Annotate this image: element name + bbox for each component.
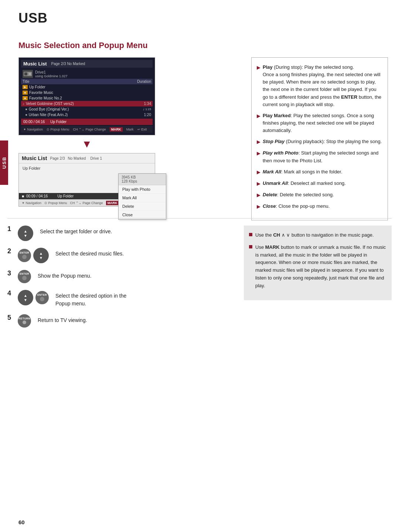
drive-sub: using Goldmine 1.027 (35, 74, 68, 78)
ml2-nomarked: No Marked (68, 156, 86, 160)
nav-button-1[interactable]: ▲ ▼ (18, 226, 33, 241)
desc-panel: ▶ Play (During stop): Play the selected … (251, 57, 388, 220)
desc-text-close: Close: Close the pop-up menu. (263, 203, 382, 210)
desc-arrow: ▶ (257, 180, 260, 187)
step-num-1: 1 (7, 226, 14, 232)
desc-text-play: Play (During stop): Play the selected so… (263, 64, 382, 108)
folder-icon: ■ (23, 96, 28, 100)
step-3-icons: ENTER (18, 270, 31, 283)
nav-hint: ✦ Navigation (23, 128, 43, 131)
desc-arrow: ▶ (257, 169, 260, 176)
ml-footer: ✦ Navigation ⊙ Popup Menu CH ⌃⌄ Page Cha… (21, 126, 153, 133)
nav-arrows-2: ▲ ▼ (39, 251, 43, 260)
list-item[interactable]: ▶ Up Folder (21, 84, 153, 90)
item-label: Urban Nite (Feat.Arin.J) (29, 113, 127, 117)
mark-button-2[interactable]: MARK (106, 201, 119, 205)
notes-panel: Use the CH ∧ ∨ button to navigation in t… (244, 226, 392, 300)
note-item-1: Use the CH ∧ ∨ button to navigation in t… (249, 231, 386, 239)
svg-rect-1 (24, 72, 27, 75)
popup-hint-2: ⊙ Popup Menu (44, 201, 67, 205)
ml2-page: Page 2/3 (50, 156, 65, 160)
playbar-time-2: 00:09 / 04:16 (26, 194, 48, 198)
step-5: 5 RETURN Return to TV viewing. (7, 314, 163, 328)
item-duration: ♩ 1:15 (129, 108, 151, 111)
ml2-title: Music List (22, 155, 47, 161)
popup-item-mark-all[interactable]: Mark All (119, 194, 166, 202)
folder-icon: ■ (23, 91, 28, 95)
ml2-drive: Drive 1 (90, 156, 102, 160)
step-num-4: 4 (7, 290, 14, 297)
nav-hint-2: ✦ Navigation (22, 201, 41, 205)
item-label: Velvet Goldmine (OST vers2) (26, 102, 127, 106)
side-tab-label: USB (1, 156, 7, 169)
step-2-text: Select the desired music files. (55, 250, 124, 258)
drive-info: Drive1 using Goldmine 1.027 (35, 70, 68, 78)
desc-arrow: ▶ (257, 150, 260, 157)
desc-item-stop-play: ▶ Stop Play (During playback): Stop the … (257, 138, 382, 146)
nav-button-4[interactable]: ▲ ▼ (18, 290, 33, 305)
list-item[interactable]: ■ Good Bye (Original Ver.) ♩ 1:15 (21, 106, 153, 112)
desc-term-stop-play: Stop Play (263, 139, 284, 144)
step-1-text: Select the target folder or drive. (40, 228, 112, 235)
list-item[interactable]: ■ Favorite Music No.2 (21, 95, 153, 101)
desc-text-play-marked: Play Marked: Play the selected songs. On… (263, 112, 382, 134)
col-duration: Duration (129, 79, 151, 84)
step-5-text: Return to TV viewing. (38, 316, 87, 324)
mark-hint: Mark (126, 128, 134, 131)
enter-button-4[interactable]: ENTER (35, 291, 49, 304)
desc-term-mark-all: Mark All (263, 169, 281, 174)
step-2: 2 ENTER ▲ ▼ Select the desired music fil… (7, 248, 163, 263)
step-num-2: 2 (7, 248, 14, 254)
list-item[interactable]: ■ Favorite Music (21, 90, 153, 95)
desc-term-play: Play (263, 64, 273, 70)
enter-button-2[interactable]: ENTER (18, 249, 31, 262)
ch-hint: CH ⌃⌄ Page Change (73, 128, 106, 131)
desc-term-close: Close (263, 203, 276, 209)
screenshots-area: Music List Page 2/3 No Marked Drive1 usi… (18, 57, 177, 207)
note-item-2: Use MARK button to mark or unmark a musi… (249, 244, 386, 290)
music-icon: ■ (25, 108, 27, 111)
step-4-text: Select the desired option in thePopup me… (55, 292, 126, 308)
nav-button-2[interactable]: ▲ ▼ (33, 248, 49, 263)
down-arrow: ▼ (18, 138, 155, 150)
step-1: 1 ▲ ▼ Select the target folder or drive. (7, 226, 163, 241)
item-label: Favorite Music No.2 (29, 96, 151, 100)
ml-title: Music List (23, 61, 47, 67)
desc-arrow: ▶ (257, 112, 260, 120)
col-title: Title (23, 79, 129, 84)
steps-section: 1 ▲ ▼ Select the target folder or drive.… (7, 226, 163, 334)
step-num-5: 5 (7, 314, 14, 321)
item-label: Up Folder (29, 85, 151, 89)
desc-text-delete: Delete: Delete the selected song. (263, 191, 382, 199)
popup-item-play-with-photo[interactable]: Play with Photo (119, 185, 166, 194)
ml2-header: Music List Page 2/3 No Marked Drive 1 (19, 153, 155, 163)
drive-name: Drive1 (35, 70, 68, 74)
ml-header: Music List Page 2/3 No Marked (21, 60, 153, 68)
step-2-icons: ENTER ▲ ▼ (18, 248, 49, 263)
desc-item-play-marked: ▶ Play Marked: Play the selected songs. … (257, 112, 382, 134)
step-num-3: 3 (7, 270, 14, 277)
item-label: Favorite Music (29, 91, 151, 95)
desc-text-play-with-photo: Play with Photo: Start playing the selec… (263, 149, 382, 164)
ml-col-headers: Title Duration (21, 79, 153, 84)
note-bullet-2 (249, 245, 252, 248)
divider (7, 218, 392, 218)
enter-button-3[interactable]: ENTER (18, 270, 31, 283)
return-button-5[interactable]: RETURN (18, 314, 31, 328)
playbar: 00:00 / 04:16 Up Folder (21, 119, 153, 125)
desc-item-close: ▶ Close: Close the pop-up menu. (257, 203, 382, 210)
desc-text-stop-play: Stop Play (During playback): Stop the pl… (263, 138, 382, 145)
page-number: 60 (18, 519, 25, 525)
mark-button[interactable]: MARK (110, 127, 123, 132)
list-item[interactable]: ■ Urban Nite (Feat.Arin.J) 1:20 (21, 112, 153, 118)
list-item[interactable]: Up Folder (22, 165, 152, 172)
note-text-2: Use MARK button to mark or unmark a musi… (255, 244, 386, 290)
ml-drive-row: Drive1 using Goldmine 1.027 (21, 69, 153, 79)
list-item-selected[interactable]: ♪ Velvet Goldmine (OST vers2) 1:34 (21, 101, 153, 106)
step-3-text: Show the Popup menu. (38, 272, 92, 280)
upfolder-2: Up Folder (57, 194, 74, 198)
note-bullet-1 (249, 233, 252, 236)
music-icon: ■ (25, 113, 27, 116)
popup-item-delete[interactable]: Delete (119, 202, 166, 211)
section-heading: Music Selection and Popup Menu (18, 41, 148, 50)
